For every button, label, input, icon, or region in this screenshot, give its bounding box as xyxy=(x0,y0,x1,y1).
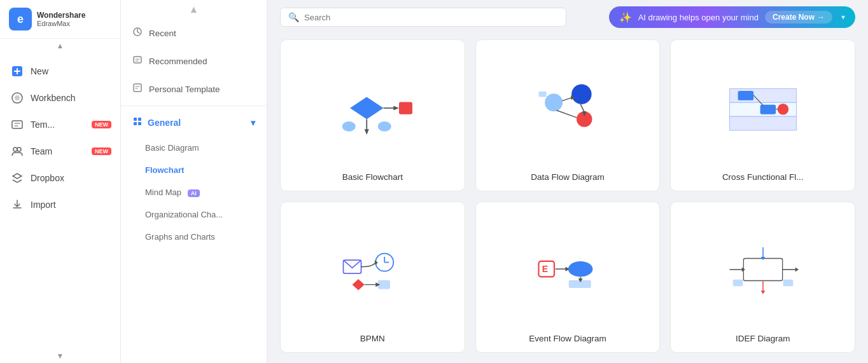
topbar: 🔍 ✨ AI drawing helps open your mind Crea… xyxy=(267,0,868,34)
template-card-event-flow-diagram[interactable]: E Event Flow Diagram xyxy=(475,202,661,353)
ai-badge: AI xyxy=(188,189,200,197)
svg-rect-10 xyxy=(134,118,137,121)
svg-point-21 xyxy=(378,121,391,132)
template-card-img-data-flow-diagram xyxy=(484,51,652,165)
sidebar-item-import[interactable]: Import xyxy=(0,191,120,218)
template-card-img-bpmn xyxy=(288,214,457,327)
svg-rect-9 xyxy=(134,84,141,92)
menu-subitem-basic-diagram[interactable]: Basic Diagram xyxy=(121,137,267,159)
sidebar-item-import-label: Import xyxy=(31,200,56,210)
import-icon xyxy=(10,198,24,212)
svg-rect-13 xyxy=(138,122,141,125)
svg-text:E: E xyxy=(542,264,548,274)
sidebar-item-dropbox[interactable]: Dropbox xyxy=(0,165,120,191)
template-card-bpmn[interactable]: BPMN xyxy=(280,202,465,353)
svg-marker-44 xyxy=(353,279,365,291)
svg-point-2 xyxy=(15,95,20,100)
workbench-icon xyxy=(10,91,24,105)
menu-item-recommended[interactable]: Recommended xyxy=(121,47,267,75)
svg-point-4 xyxy=(13,147,17,151)
menu-item-recent[interactable]: Recent xyxy=(121,19,267,47)
logo-icon: e xyxy=(9,8,32,31)
svg-point-52 xyxy=(568,261,593,277)
svg-rect-65 xyxy=(783,280,793,287)
sidebar-item-team-label: Team xyxy=(31,146,52,156)
main-content: 🔍 ✨ AI drawing helps open your mind Crea… xyxy=(267,0,868,363)
template-card-label-data-flow-diagram: Data Flow Diagram xyxy=(531,172,605,182)
template-grid: Basic Flowchart xyxy=(267,34,868,363)
dropbox-icon xyxy=(10,171,24,185)
template-card-data-flow-diagram[interactable]: Data Flow Diagram xyxy=(475,39,661,191)
svg-marker-64 xyxy=(760,291,765,294)
template-card-img-event-flow-diagram: E xyxy=(484,214,652,327)
svg-line-25 xyxy=(562,97,572,100)
sidebar-scroll-up[interactable]: ▲ xyxy=(0,39,120,53)
template-card-label-event-flow-diagram: Event Flow Diagram xyxy=(529,334,606,343)
team-icon xyxy=(10,144,24,158)
template-card-label-cross-functional: Cross Functional Fl... xyxy=(722,172,804,182)
general-category-icon xyxy=(132,116,143,129)
sidebar-scroll-down[interactable]: ▼ xyxy=(0,349,120,363)
sidebar-item-new[interactable]: New xyxy=(0,58,120,85)
logo-text: Wondershare EdrawMax xyxy=(37,11,85,27)
menu-subitem-flowchart[interactable]: Flowchart xyxy=(121,159,267,181)
menu-category-general[interactable]: General ▾ xyxy=(121,109,267,137)
svg-point-23 xyxy=(571,84,592,104)
svg-rect-33 xyxy=(729,116,796,130)
ai-banner-create-btn[interactable]: Create Now → xyxy=(765,11,832,24)
menu-item-personal-template[interactable]: Personal Template xyxy=(121,75,267,103)
template-card-basic-flowchart[interactable]: Basic Flowchart xyxy=(280,39,465,191)
recent-label: Recent xyxy=(149,29,176,38)
search-icon: 🔍 xyxy=(288,12,299,22)
svg-line-27 xyxy=(580,104,584,112)
svg-rect-66 xyxy=(732,280,743,287)
logo-name-main: Wondershare xyxy=(37,11,85,20)
search-box[interactable]: 🔍 xyxy=(280,8,566,27)
svg-rect-34 xyxy=(738,91,753,100)
new-icon xyxy=(10,64,24,78)
menu-scroll-up[interactable]: ▲ xyxy=(121,0,267,19)
template-card-idef-diagram[interactable]: IDEF Diagram xyxy=(670,202,855,353)
svg-marker-62 xyxy=(795,268,798,272)
ai-banner[interactable]: ✨ AI drawing helps open your mind Create… xyxy=(609,6,855,28)
svg-point-22 xyxy=(545,93,563,111)
template-card-img-idef-diagram xyxy=(678,214,847,327)
sidebar-item-new-label: New xyxy=(31,66,48,76)
team-badge: NEW xyxy=(92,147,111,155)
svg-rect-35 xyxy=(760,105,776,114)
template-card-cross-functional[interactable]: Cross Functional Fl... xyxy=(670,39,855,191)
menu-subitem-org-chart[interactable]: Organizational Cha... xyxy=(121,203,267,226)
svg-point-36 xyxy=(777,104,788,115)
menu-panel: ▲ Recent Recommended Personal Template G… xyxy=(121,0,267,363)
svg-marker-19 xyxy=(365,129,369,135)
svg-rect-3 xyxy=(12,121,22,128)
svg-rect-12 xyxy=(134,122,137,125)
svg-line-29 xyxy=(556,110,577,117)
recommended-label: Recommended xyxy=(149,57,207,66)
svg-rect-11 xyxy=(138,118,141,121)
svg-rect-56 xyxy=(743,259,782,281)
sidebar-item-templates[interactable]: Tem... NEW xyxy=(0,111,120,138)
sidebar-item-templates-label: Tem... xyxy=(31,120,55,130)
svg-rect-30 xyxy=(538,92,546,97)
menu-subitem-graphs-charts[interactable]: Graphs and Charts xyxy=(121,226,267,248)
ai-banner-dropdown-icon[interactable]: ▾ xyxy=(841,13,845,22)
svg-marker-16 xyxy=(394,106,400,110)
menu-subitem-mind-map[interactable]: Mind Map AI xyxy=(121,181,267,203)
templates-icon xyxy=(10,118,24,132)
template-card-img-basic-flowchart xyxy=(288,51,457,165)
search-input[interactable] xyxy=(304,13,558,22)
recent-icon xyxy=(132,27,143,39)
sidebar-item-team[interactable]: Team NEW xyxy=(0,138,120,165)
menu-divider xyxy=(121,106,267,106)
sidebar-item-dropbox-label: Dropbox xyxy=(31,173,64,183)
app-logo: e Wondershare EdrawMax xyxy=(0,0,120,39)
svg-rect-8 xyxy=(134,57,141,63)
templates-badge: NEW xyxy=(92,121,111,128)
template-card-img-cross-functional xyxy=(678,51,847,165)
sidebar: e Wondershare EdrawMax ▲ New Workbench T… xyxy=(0,0,121,363)
svg-point-5 xyxy=(17,147,21,151)
ai-banner-text: AI drawing helps open your mind xyxy=(638,13,759,22)
sidebar-item-workbench-label: Workbench xyxy=(31,93,76,103)
sidebar-item-workbench[interactable]: Workbench xyxy=(0,85,120,111)
